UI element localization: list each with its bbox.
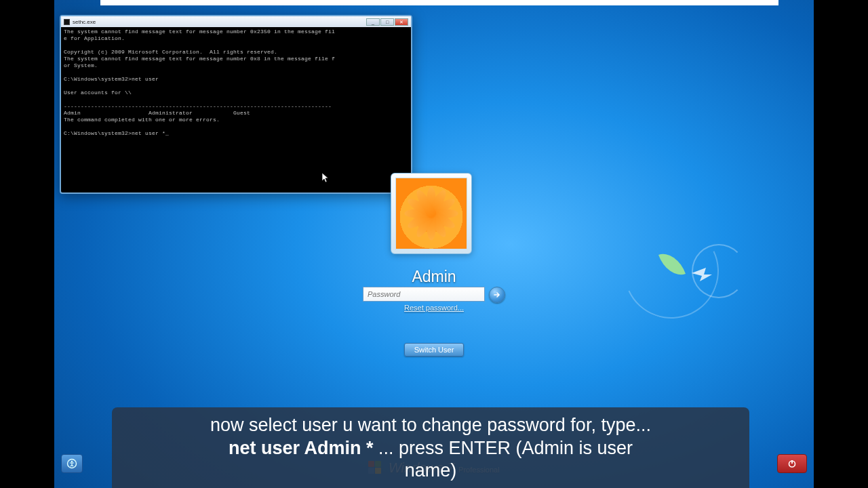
submit-button[interactable] (489, 287, 505, 303)
cmd-titlebar[interactable]: sethc.exe _ □ ✕ (61, 16, 411, 27)
maximize-button[interactable]: □ (380, 18, 394, 26)
cmd-icon (64, 19, 70, 25)
user-avatar (395, 178, 467, 249)
caption-line1: now select user u want to change passwor… (210, 415, 651, 435)
password-input[interactable] (363, 287, 485, 302)
tutorial-caption: now select user u want to change passwor… (112, 407, 749, 488)
svg-point-1 (71, 461, 73, 462)
reset-password-link[interactable]: Reset password... (54, 304, 814, 312)
cmd-output[interactable]: The system cannot find message text for … (61, 27, 411, 138)
caption-command: net user Admin * (229, 438, 374, 458)
user-avatar-frame (391, 173, 472, 254)
close-button[interactable]: ✕ (395, 18, 408, 26)
top-white-bar (100, 0, 778, 5)
cmd-window[interactable]: sethc.exe _ □ ✕ The system cannot find m… (60, 15, 412, 194)
power-icon (787, 459, 797, 468)
ease-of-access-button[interactable] (61, 454, 83, 473)
switch-user-button[interactable]: Switch User (404, 343, 464, 357)
arrow-right-icon (493, 291, 501, 299)
caption-line3: name) (405, 460, 457, 481)
power-button[interactable] (777, 454, 807, 473)
caption-line2: ... press ENTER (Admin is user (373, 438, 633, 458)
login-screen: sethc.exe _ □ ✕ The system cannot find m… (54, 0, 814, 488)
accessibility-icon (66, 458, 77, 469)
minimize-button[interactable]: _ (366, 18, 380, 26)
username-label: Admin (54, 268, 814, 286)
cmd-title-text: sethc.exe (73, 19, 96, 25)
